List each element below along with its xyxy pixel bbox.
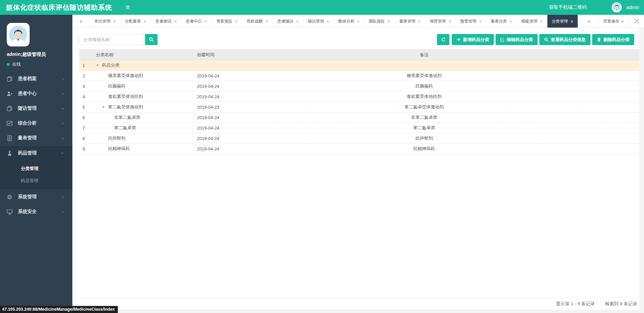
table-row[interactable]: 3 抗癫痫药 2019-04-24 抗癫痫药: [79, 81, 639, 92]
close-icon[interactable]: ×: [510, 19, 512, 24]
table-row[interactable]: 6 非苯二氮卓类 2019-04-24 非苯二氮卓类: [79, 112, 639, 123]
get-qrcode-link[interactable]: 获取手机端二维码: [549, 4, 587, 10]
search-button[interactable]: [145, 34, 158, 45]
col-remark[interactable]: 备注: [305, 50, 544, 60]
toolbar: 新增药品分类 编辑药品分类 查看药品分类信息: [79, 34, 639, 45]
tree-expand-icon[interactable]: ▼: [102, 105, 108, 109]
sidebar-item-system-manage[interactable]: 系统管理 ›: [0, 189, 72, 204]
trash-icon: [597, 37, 601, 42]
table-row[interactable]: 5 ▼苯二氮受体激动剂 2019-04-23 苯二氮卓受体激动剂: [79, 102, 639, 112]
sidebar-item-medicine-manage[interactable]: 药品管理 ›: [0, 146, 72, 161]
chevron-right-icon: ›: [62, 209, 64, 214]
user-avatar[interactable]: [612, 2, 622, 12]
edit-icon: [500, 37, 505, 42]
sidebar-item-analysis[interactable]: 综合分析 ›: [0, 116, 72, 131]
sidebar-item-patient-archive[interactable]: 患者档案 ›: [0, 71, 72, 86]
sidebar-subitem-medicine-manage[interactable]: 药品管理: [0, 175, 72, 187]
close-icon[interactable]: ×: [327, 19, 329, 24]
tab-followup-query[interactable]: 随访查询×: [303, 15, 334, 28]
sidebar-subitem-class-manage[interactable]: 分类管理: [0, 163, 72, 175]
doctor-avatar-image: [9, 26, 27, 44]
class-name: 苯二氮卓类: [114, 125, 136, 130]
close-icon[interactable]: ×: [113, 19, 116, 24]
tabs-scroll-right-icon[interactable]: »: [580, 15, 598, 28]
sidebar-item-label: 综合分析: [18, 120, 37, 126]
fullscreen-icon[interactable]: [629, 15, 644, 28]
sidebar-item-label: 系统管理: [18, 194, 37, 200]
view-class-info-button[interactable]: 查看药品分类信息: [539, 34, 590, 45]
close-icon[interactable]: ×: [174, 19, 177, 24]
table-row[interactable]: 7 苯二氮卓类 2019-04-24 苯二氮卓类: [79, 123, 639, 133]
close-icon[interactable]: ×: [144, 19, 146, 24]
tab-template-manage[interactable]: 模板管理×: [517, 15, 547, 28]
tab-operations-dropdown[interactable]: 页签操作 ▾: [598, 15, 629, 28]
search-icon: [149, 37, 154, 42]
tab-scale-manage[interactable]: 量表管理×: [395, 15, 426, 28]
tab-view-report[interactable]: 查看报告×: [212, 15, 242, 28]
tab-warning-manage[interactable]: 预警管理×: [456, 15, 486, 28]
add-class-button[interactable]: 新增药品分类: [452, 34, 494, 45]
tabs-scroll-left-icon[interactable]: «: [72, 15, 90, 28]
search-input[interactable]: [79, 34, 145, 45]
tab-patient-followup[interactable]: 患者随访×: [273, 15, 304, 28]
tab-scale-class[interactable]: 量表分类×: [486, 15, 517, 28]
tab-data-analysis[interactable]: 数据分析×: [334, 15, 365, 28]
document-icon: [7, 135, 12, 141]
edit-class-button[interactable]: 编辑药品分类: [496, 34, 538, 45]
col-create-time[interactable]: 创建时间: [194, 50, 305, 60]
username-label[interactable]: admin: [626, 5, 639, 10]
sidebar-item-patient-center[interactable]: 患者中心 ›: [0, 86, 72, 101]
remark: 苯二氮卓受体激动剂: [305, 102, 544, 112]
sidebar-item-followup-manage[interactable]: 随访管理 ›: [0, 101, 72, 116]
close-icon[interactable]: ×: [571, 19, 573, 24]
sidebar-item-scale-manage[interactable]: 量表管理 ›: [0, 131, 72, 145]
sidebar-menu: 患者档案 › 患者中心 › 随访管理 ›: [0, 71, 72, 219]
create-time: 2019-04-24: [194, 92, 305, 102]
close-icon[interactable]: ×: [296, 19, 299, 24]
close-icon[interactable]: ×: [479, 19, 482, 24]
close-icon[interactable]: ×: [387, 19, 390, 24]
table-row[interactable]: 9 抗精神病药 2019-04-24 抗精神病药: [79, 144, 639, 154]
sidebar-item-label: 随访管理: [18, 105, 37, 111]
doctor-avatar-image: [612, 3, 621, 12]
table-row[interactable]: 8 抗抑郁剂 2019-04-24 抗抑郁剂: [79, 133, 639, 144]
hamburger-menu-icon[interactable]: ≡: [126, 4, 130, 11]
tab-assign-scale[interactable]: 分配量表×: [121, 15, 151, 28]
sidebar-section-medicine: 药品管理 › 分类管理 药品管理: [0, 145, 72, 189]
close-icon[interactable]: ×: [266, 19, 268, 24]
delete-class-button[interactable]: 删除药品分类: [592, 34, 634, 45]
create-time: 2019-04-24: [194, 133, 305, 144]
close-icon[interactable]: ×: [449, 19, 451, 24]
app-header: 躯体化症状临床评估随访辅助系统 ≡ 获取手机端二维码 admin: [0, 0, 644, 15]
user-plus-icon: [7, 91, 12, 97]
pagination-info: 显示第 1 - 9 条记录 检索到 9 条记录: [79, 298, 639, 307]
tab-class-manage-active[interactable]: 分类管理×: [547, 15, 578, 28]
tab-unit-manage[interactable]: 单位管理×: [90, 15, 121, 28]
close-icon[interactable]: ×: [418, 19, 421, 24]
close-icon[interactable]: ×: [205, 19, 207, 24]
sidebar-item-label: 药品管理: [18, 150, 37, 156]
remark: 抗精神病药: [305, 144, 544, 154]
sidebar-submenu: 分类管理 药品管理: [0, 161, 72, 189]
tab-patient-test[interactable]: 患者测试×: [151, 15, 181, 28]
close-icon[interactable]: ×: [235, 19, 238, 24]
close-icon[interactable]: ×: [540, 19, 543, 24]
sidebar-item-system-security[interactable]: 系统安全 ›: [0, 204, 72, 219]
tab-patient-center[interactable]: 患者中心×: [181, 15, 212, 28]
monitor-icon: [7, 209, 12, 215]
table-header-row: 分类名称 创建时间 备注: [79, 50, 639, 60]
class-name: 食欲素受体拮抗剂: [108, 94, 143, 99]
refresh-button[interactable]: [437, 34, 449, 45]
close-icon[interactable]: ×: [357, 19, 360, 24]
col-class-name[interactable]: 分类名称: [93, 50, 194, 60]
chart-icon: [7, 120, 12, 126]
table-row[interactable]: 1 ▼药品分类: [79, 60, 639, 71]
tab-team-report[interactable]: 团队报告×: [364, 15, 395, 28]
remark: 抗癫痫药: [305, 81, 544, 92]
refresh-icon: [441, 37, 446, 42]
table-row[interactable]: 4 食欲素受体拮抗剂 2019-04-24 食欲素受体拮抗剂: [79, 92, 639, 102]
tree-expand-icon[interactable]: ▼: [96, 64, 102, 67]
tab-dimension-manage[interactable]: 维度管理×: [426, 15, 456, 28]
table-row[interactable]: 2 褪黑素受体激动剂 2019-04-24 褪黑素受体激动剂: [79, 71, 639, 81]
tab-crisis-alert[interactable]: 危机提醒×: [242, 15, 273, 28]
